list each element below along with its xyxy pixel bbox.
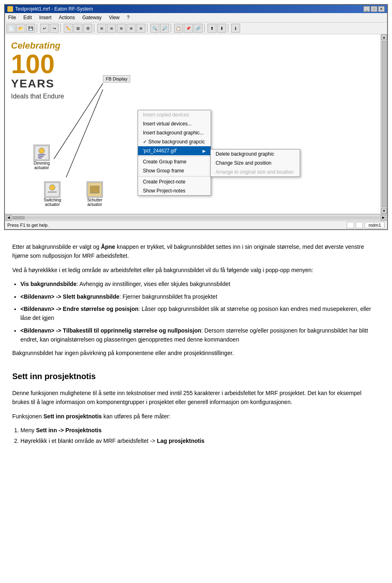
- ctx-insert-copied: Insert copied devices: [138, 110, 211, 119]
- svg-rect-4: [38, 154, 45, 155]
- svg-rect-6: [38, 157, 42, 159]
- tb-new[interactable]: 📄: [7, 24, 16, 33]
- tb-wave3[interactable]: ≋: [117, 24, 126, 33]
- tb-wave2[interactable]: ≋: [107, 24, 116, 33]
- menu-insert[interactable]: Insert: [38, 14, 53, 21]
- numbered-2-bold: Lag prosjektnotis: [157, 438, 205, 444]
- scrollbar-bottom[interactable]: ◀ ▶: [5, 214, 387, 221]
- maximize-button[interactable]: □: [371, 6, 377, 12]
- tb-wave4[interactable]: ≋: [127, 24, 136, 33]
- ctx-arrange-original: Arrange to original size and location: [211, 168, 300, 176]
- ctx-show-background[interactable]: ✓ Show background grapcic: [138, 137, 211, 146]
- tb-paste[interactable]: 📌: [184, 24, 193, 33]
- tb-settings[interactable]: ⚙: [83, 24, 92, 33]
- tb-link[interactable]: 🔗: [194, 24, 203, 33]
- menu-gateway[interactable]: Gateway: [80, 14, 103, 21]
- section-p3-bold: Sett inn prosjektnotis: [43, 413, 102, 420]
- schutter-label: Schutteractuator: [87, 198, 102, 207]
- menu-help[interactable]: ?: [125, 14, 131, 21]
- tb-upload[interactable]: ⬆: [207, 24, 216, 33]
- tb-sep6: [204, 24, 206, 33]
- scroll-down-btn[interactable]: ▼: [381, 208, 387, 214]
- ctx-sep1: [138, 156, 211, 156]
- bullet-3-bold: <Bildenavn> -> Endre størrelse og posisj…: [20, 306, 138, 312]
- bullet-1: Vis bakgrunndsbilde: Avhengig av innstil…: [20, 279, 380, 288]
- menu-edit[interactable]: Edit: [22, 14, 33, 21]
- bullet-1-bold: Vis bakgrunndsbilde: [20, 281, 76, 287]
- banner-100: 100: [11, 51, 129, 77]
- tb-wave5[interactable]: ≋: [136, 24, 145, 33]
- menu-bar: File Edit Insert Actions Gateway View ?: [5, 13, 387, 22]
- component-schutter[interactable]: Schutteractuator: [87, 181, 103, 207]
- status-position: mdm1: [365, 222, 385, 228]
- tb-download[interactable]: ⬇: [217, 24, 226, 33]
- close-button[interactable]: ✕: [378, 6, 385, 12]
- tb-zoom-out[interactable]: 🔎: [160, 24, 169, 33]
- menu-file[interactable]: File: [7, 14, 18, 21]
- context-menu-main: Insert copied devices Insert virtual dev…: [138, 110, 211, 196]
- intro-paragraph: Etter at bakgrunnsbilde er valgt og Åpne…: [12, 242, 380, 261]
- ctx-insert-virtual[interactable]: Insert virtual devices...: [138, 119, 211, 128]
- scroll-up-btn[interactable]: ▲: [381, 34, 387, 40]
- menu-actions[interactable]: Actions: [57, 14, 76, 21]
- canvas-area[interactable]: Celebrating 100 YEARS Ideals that Endure…: [5, 34, 387, 214]
- ctx-create-project-note[interactable]: Create Project-note: [138, 177, 211, 186]
- ctx-pct-gif[interactable]: 'pct_244627.gif'▶: [138, 146, 211, 155]
- tb-copy[interactable]: 📋: [174, 24, 183, 33]
- tb-edit[interactable]: ✏️: [64, 24, 73, 33]
- status-right: mdm1: [347, 222, 385, 228]
- scroll-left-btn[interactable]: ◀: [6, 215, 11, 221]
- article: Etter at bakgrunnsbilde er valgt og Åpne…: [0, 234, 392, 460]
- numbered-list: Meny Sett inn -> Prosjektnotis Høyreklik…: [20, 426, 380, 446]
- ctx-change-size[interactable]: Change Size and position: [211, 159, 300, 168]
- scroll-h-thumb[interactable]: [12, 216, 24, 219]
- scroll-right-btn[interactable]: ▶: [381, 215, 386, 221]
- schutter-icon: [87, 181, 103, 198]
- tb-info[interactable]: ℹ: [231, 24, 240, 33]
- numbered-1: Meny Sett inn -> Prosjektnotis: [20, 426, 380, 435]
- section-p1: Denne funksjonen mulighetene til å sette…: [12, 389, 380, 407]
- tb-sep5: [171, 24, 172, 33]
- ctx-create-group[interactable]: Create Group frame: [138, 157, 211, 166]
- tb-redo[interactable]: ↪: [50, 24, 59, 33]
- scrollbar-right[interactable]: ▲ ▼: [381, 34, 387, 214]
- app-window: Testprojekt1.mrf - Eaton RF-System _ □ ✕…: [4, 4, 388, 230]
- minimize-button[interactable]: _: [363, 6, 370, 12]
- switching-label: Switchingactuator: [44, 198, 61, 207]
- section-title: Sett inn prosjektnotis: [12, 370, 380, 383]
- scroll-track: [12, 216, 380, 219]
- bullet-4: <Bildenavn> -> Tilbakestill til opprinne…: [20, 326, 380, 344]
- numbered-2: Høyreklikk i et blankt område av MRF arb…: [20, 436, 380, 445]
- tb-zoom-in[interactable]: 🔍: [150, 24, 159, 33]
- bullet-3: <Bildenavn> -> Endre størrelse og posisj…: [20, 304, 380, 323]
- status-empty1: [347, 222, 354, 228]
- bullet-list: Vis bakgrunndsbilde: Avhengig av innstil…: [20, 279, 380, 344]
- bullet-4-bold: <Bildenavn> -> Tilbakestill til opprinne…: [20, 327, 201, 334]
- component-switching[interactable]: Switchingactuator: [44, 181, 61, 207]
- tb-undo[interactable]: ↩: [40, 24, 49, 33]
- tb-grid[interactable]: ⊞: [74, 24, 82, 33]
- ctx-show-group[interactable]: Show Group frame: [138, 166, 211, 175]
- context-menu-sub: Delete background graphic Change Size an…: [210, 149, 300, 177]
- title-bar-controls: _ □ ✕: [363, 6, 385, 12]
- second-paragraph: Ved å høyreklikke i et ledig område av a…: [12, 266, 380, 275]
- tb-wave1[interactable]: ≋: [97, 24, 106, 33]
- svg-rect-5: [38, 156, 44, 157]
- menu-view[interactable]: View: [107, 14, 121, 21]
- switching-icon: [44, 181, 60, 198]
- tb-save[interactable]: 💾: [26, 24, 35, 33]
- title-bar-left: Testprojekt1.mrf - Eaton RF-System: [7, 6, 93, 12]
- tb-open[interactable]: 📂: [16, 24, 25, 33]
- context-menu-container: Insert copied devices Insert virtual dev…: [138, 110, 211, 196]
- window-title: Testprojekt1.mrf - Eaton RF-System: [15, 6, 93, 12]
- tb-sep3: [94, 24, 96, 33]
- ctx-insert-background[interactable]: Insert background graphic...: [138, 128, 211, 137]
- svg-point-3: [39, 148, 45, 154]
- help-text: Press F1 to get help.: [7, 223, 49, 228]
- dimming-icon: [33, 145, 50, 161]
- scroll-thumb[interactable]: [382, 41, 387, 207]
- bullet-2: <Bildenavn> -> Slett bakgrunnsbilde: Fje…: [20, 292, 380, 301]
- ctx-delete-background[interactable]: Delete background graphic: [211, 150, 300, 159]
- ctx-show-project-notes[interactable]: Show Project-notes: [138, 186, 211, 195]
- component-dimming[interactable]: Dimmingactuator: [33, 145, 50, 170]
